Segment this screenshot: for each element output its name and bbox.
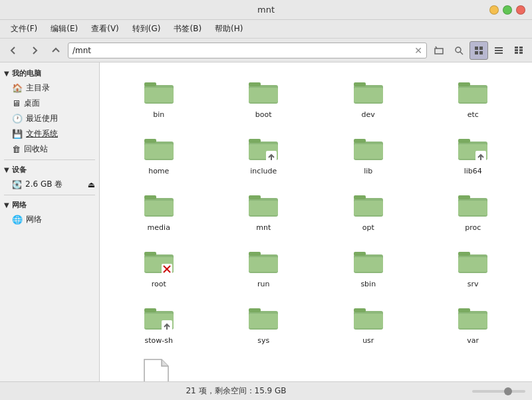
sidebar-item-trash[interactable]: 🗑 回收站 [0,142,99,157]
menu-goto[interactable]: 转到(G) [127,22,166,36]
maximize-button[interactable] [503,5,512,15]
folder-icon [352,245,384,277]
svg-rect-30 [144,139,156,143]
file-label: dev [362,110,375,119]
svg-rect-85 [458,314,487,328]
minimize-button[interactable] [489,5,499,15]
slider-thumb[interactable] [504,387,512,395]
file-item[interactable]: mnt [211,182,317,239]
file-item[interactable]: media [106,182,211,239]
svg-rect-33 [249,139,261,143]
file-item[interactable]: stow-sh [106,295,211,351]
section-devices[interactable]: ▼ 设备 [0,163,99,177]
folder-icon [247,245,279,277]
file-item[interactable]: bin [106,69,211,126]
svg-rect-25 [354,88,383,102]
menu-help[interactable]: 帮助(H) [209,22,248,36]
file-label: sbin [360,280,376,288]
file-item[interactable]: run [211,239,317,295]
svg-rect-73 [144,308,156,312]
sidebar-item-home[interactable]: 🏠 主目录 [0,80,99,96]
svg-rect-64 [249,252,261,256]
menu-edit[interactable]: 编辑(E) [45,22,83,36]
sidebar-item-filesystem[interactable]: 💾 文件系统 [0,126,99,142]
up-button[interactable] [47,41,65,60]
svg-rect-47 [144,201,174,215]
desktop-icon: 🖥 [12,98,21,108]
menu-view[interactable]: 查看(V) [86,22,124,36]
file-item[interactable]: etc [421,69,526,126]
slider-track[interactable] [472,390,525,393]
file-area[interactable]: bin boot dev etc home include lib [100,62,532,381]
svg-rect-19 [144,88,174,102]
menu-file[interactable]: 文件(F) [5,22,43,36]
file-item[interactable]: home [106,126,211,182]
file-label: run [257,280,269,288]
svg-rect-0 [435,49,443,54]
sidebar-divider-2 [4,195,95,195]
recent-icon: 🕐 [12,114,23,124]
eject-button[interactable]: ⏏ [88,180,95,189]
embed-button[interactable] [430,41,448,60]
search-button[interactable] [450,41,468,60]
file-label: include [250,167,277,175]
folder-icon [352,132,384,164]
svg-rect-79 [249,314,278,328]
folder-icon [143,245,175,277]
svg-rect-46 [144,195,156,199]
window-title: mnt [257,5,275,15]
svg-rect-10 [495,52,503,54]
file-label: opt [362,223,374,232]
path-bar[interactable]: /mnt ✕ [68,43,427,58]
path-clear-button[interactable]: ✕ [414,45,422,56]
icon-view-button[interactable] [469,41,488,60]
file-item[interactable]: sbin [316,239,421,295]
file-item[interactable]: srv [421,239,526,295]
section-network[interactable]: ▼ 网络 [0,198,99,212]
file-label: proc [465,223,481,232]
svg-rect-65 [249,257,278,272]
folder-icon [143,189,175,221]
file-item[interactable]: proc [421,182,526,239]
file-item[interactable]: var [421,295,526,351]
file-item[interactable]: include [211,126,317,182]
forward-button[interactable] [25,41,44,60]
sidebar-item-desktop[interactable]: 🖥 桌面 [0,96,99,111]
section-my-computer[interactable]: ▼ 我的电脑 [0,66,99,80]
svg-rect-9 [495,50,503,51]
file-label: sys [257,336,269,345]
folder-icon [457,132,489,164]
file-item[interactable]: lib64 [421,126,526,182]
home-icon: 🏠 [12,83,23,93]
file-item[interactable]: sys [211,295,317,351]
file-item[interactable]: opt [316,182,421,239]
file-label: stow-sh [145,336,173,345]
sidebar-item-recent[interactable]: 🕐 最近使用 [0,111,99,126]
menu-bookmarks[interactable]: 书签(B) [168,22,207,36]
file-item[interactable]: usr [316,295,421,351]
svg-rect-49 [249,195,261,199]
svg-rect-31 [144,144,174,159]
folder-icon [457,76,489,108]
file-item[interactable]: dev [316,69,421,126]
svg-rect-52 [354,195,366,199]
sidebar: ▼ 我的电脑 🏠 主目录 🖥 桌面 🕐 最近使用 💾 文件系统 🗑 回收站 ▼ … [0,62,100,381]
sidebar-item-volume[interactable]: 💽 2.6 GB 卷 ⏏ [0,177,99,192]
svg-rect-16 [519,52,523,54]
file-item[interactable]: boot [211,69,317,126]
sidebar-item-network[interactable]: 🌐 网络 [0,212,99,227]
file-item[interactable]: init [106,351,211,381]
svg-rect-41 [458,139,470,143]
file-item[interactable]: root [106,239,211,295]
back-button[interactable] [4,41,23,60]
list-view-button[interactable] [489,41,508,60]
svg-rect-58 [144,252,156,256]
svg-rect-15 [515,52,518,54]
compact-view-button[interactable] [509,41,528,60]
folder-icon [457,189,489,221]
titlebar: mnt [0,0,532,20]
folder-icon [247,132,279,164]
close-button[interactable] [516,5,525,15]
zoom-slider[interactable] [472,390,525,393]
file-item[interactable]: lib [316,126,421,182]
